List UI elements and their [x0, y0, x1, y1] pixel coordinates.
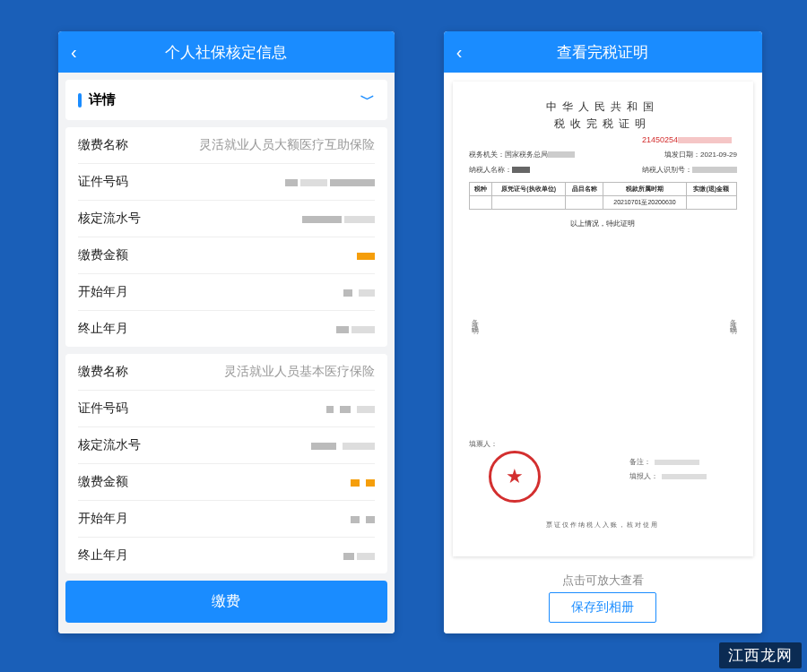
card-1: 缴费名称 灵活就业人员大额医疗互助保险 证件号码 核定流水号 缴费金额 开始年月 [65, 127, 387, 347]
meta-row-2: 纳税人名称： 纳税人识别号： [469, 165, 737, 175]
row-id-1: 证件号码 [78, 164, 375, 201]
card-2: 缴费名称 灵活就业人员基本医疗保险 证件号码 核定流水号 缴费金额 开始年月 [65, 354, 387, 573]
title-right: 查看完税证明 [557, 42, 648, 63]
row-fee-name-2: 缴费名称 灵活就业人员基本医疗保险 [78, 354, 375, 391]
vertical-note-left: 备注说明 [469, 314, 479, 324]
phone-social-security: ‹ 个人社保核定信息 详情 ﹀ 缴费名称 灵活就业人员大额医疗互助保险 证件号码 [58, 31, 395, 633]
phone-tax-cert: ‹ 查看完税证明 中华人民共和国 税收完税证明 21450254 税务机关：国家… [444, 31, 762, 633]
back-icon[interactable]: ‹ [456, 43, 463, 61]
doc-serial: 21450254 [469, 135, 737, 144]
doc-signature-area: 备注： 填报人： [629, 458, 737, 487]
document-wrapper[interactable]: 中华人民共和国 税收完税证明 21450254 税务机关：国家税务总局 填发日期… [444, 73, 762, 565]
back-icon[interactable]: ‹ [71, 43, 77, 61]
section-header[interactable]: 详情 ﹀ [65, 80, 387, 120]
doc-table: 税种 原凭证号(执收单位) 品目名称 税款所属时期 实缴(退)金额 202107… [469, 182, 737, 210]
row-fee-name-1: 缴费名称 灵活就业人员大额医疗互助保险 [78, 127, 375, 164]
row-serial-1: 核定流水号 [78, 201, 375, 237]
left-body: 详情 ﹀ 缴费名称 灵活就业人员大额医疗互助保险 证件号码 核定流水号 [58, 73, 395, 633]
censored-value [354, 249, 375, 263]
zoom-hint: 点击可放大查看 [444, 565, 762, 592]
chevron-down-icon: ﹀ [360, 90, 375, 109]
watermark: 江西龙网 [719, 642, 802, 668]
censored-value [348, 476, 375, 489]
accent-bar [78, 93, 82, 108]
row-amount-2: 缴费金额 [78, 464, 375, 501]
row-id-2: 证件号码 [78, 391, 375, 427]
row-start-1: 开始年月 [78, 274, 375, 311]
doc-country: 中华人民共和国 [469, 99, 737, 115]
censored-value [341, 286, 375, 299]
doc-bottom-note: 票证仅作纳税人入账，核对使用 [474, 521, 732, 530]
row-end-1: 终止年月 [78, 311, 375, 347]
doc-title: 税收完税证明 [469, 116, 737, 132]
right-body: 中华人民共和国 税收完税证明 21450254 税务机关：国家税务总局 填发日期… [444, 73, 762, 633]
title-left: 个人社保核定信息 [165, 42, 287, 63]
row-end-2: 终止年月 [78, 538, 375, 573]
cert-statement: 以上情况，特此证明 [469, 219, 737, 228]
official-seal-icon: ★ [489, 451, 541, 503]
censored-value [348, 513, 375, 526]
row-amount-1: 缴费金额 [78, 237, 375, 274]
censored-value [341, 549, 375, 563]
censored-value [282, 176, 375, 189]
censored-value [308, 439, 375, 452]
section-label: 详情 [89, 91, 116, 108]
row-serial-2: 核定流水号 [78, 427, 375, 464]
tax-certificate-document: 中华人民共和国 税收完税证明 21450254 税务机关：国家税务总局 填发日期… [453, 82, 753, 556]
titlebar-left: ‹ 个人社保核定信息 [58, 31, 395, 73]
meta-row-1: 税务机关：国家税务总局 填发日期：2021-09-29 [469, 150, 737, 159]
censored-value [299, 212, 375, 226]
titlebar-right: ‹ 查看完税证明 [444, 31, 762, 73]
censored-value [334, 323, 375, 336]
save-to-album-button[interactable]: 保存到相册 [549, 592, 656, 623]
censored-value [324, 402, 375, 416]
doc-foot-label: 填票人： [469, 440, 498, 449]
vertical-note-right: 备注说明 [727, 314, 737, 324]
row-start-2: 开始年月 [78, 501, 375, 538]
pay-button[interactable]: 缴费 [65, 581, 387, 623]
